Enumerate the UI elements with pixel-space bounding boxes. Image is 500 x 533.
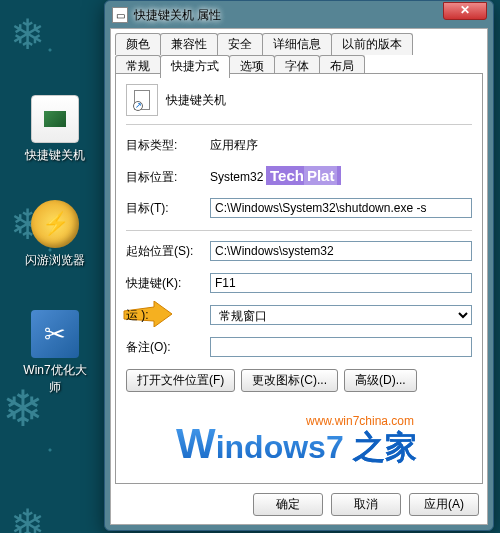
target-location-label: 目标位置:: [126, 169, 210, 186]
separator: [126, 230, 472, 231]
ok-button[interactable]: 确定: [253, 493, 323, 516]
target-type-label: 目标类型:: [126, 137, 210, 154]
shortcut-icon[interactable]: ↗: [126, 84, 158, 116]
lightning-browser-icon: ⚡: [31, 200, 79, 248]
advanced-button[interactable]: 高级(D)...: [344, 369, 417, 392]
wallpaper-ornament: ❄: [10, 10, 45, 59]
cancel-button[interactable]: 取消: [331, 493, 401, 516]
target-input[interactable]: [210, 198, 472, 218]
shortcut-tab-panel: ↗ 快捷键关机 目标类型: 应用程序 目标位置: System32 TechPl…: [115, 73, 483, 484]
tab-security[interactable]: 安全: [217, 33, 263, 55]
desktop-icon-label: 快捷键关机: [22, 147, 88, 164]
tab-previous-versions[interactable]: 以前的版本: [331, 33, 413, 55]
separator: [126, 124, 472, 125]
run-select[interactable]: 常规窗口: [210, 305, 472, 325]
properties-window: ▭ 快捷键关机 属性 ✕ 颜色 兼容性 安全 详细信息 以前的版本 常规 快捷方…: [104, 0, 494, 531]
shortcut-file-icon: [31, 95, 79, 143]
tools-icon: ✂: [31, 310, 79, 358]
tab-compatibility[interactable]: 兼容性: [160, 33, 218, 55]
shortcut-key-label: 快捷键(K):: [126, 275, 210, 292]
target-label: 目标(T):: [126, 200, 210, 217]
shortcut-key-input[interactable]: [210, 273, 472, 293]
shortcut-name: 快捷键关机: [166, 92, 226, 109]
dialog-button-row: 确定 取消 应用(A): [253, 493, 479, 516]
watermark-windows7: Windows7 之家: [176, 420, 417, 470]
titlebar[interactable]: ▭ 快捷键关机 属性: [110, 6, 488, 28]
tab-shortcut[interactable]: 快捷方式: [160, 55, 230, 78]
apply-button[interactable]: 应用(A): [409, 493, 479, 516]
shortcut-button-row: 打开文件位置(F) 更改图标(C)... 高级(D)...: [126, 369, 472, 392]
desktop-icon-browser[interactable]: ⚡ 闪游浏览器: [22, 200, 88, 269]
startin-input[interactable]: [210, 241, 472, 261]
run-label: 运 ):: [126, 307, 210, 324]
tab-control: 颜色 兼容性 安全 详细信息 以前的版本 常规 快捷方式 选项 字体 布局 ↗ …: [110, 28, 488, 525]
tab-row-upper: 颜色 兼容性 安全 详细信息 以前的版本: [115, 33, 483, 55]
target-type-value: 应用程序: [210, 135, 472, 156]
wallpaper-ornament: ❄: [10, 500, 45, 533]
comment-input[interactable]: [210, 337, 472, 357]
desktop-icon-win7-optimizer[interactable]: ✂ Win7优化大师: [22, 310, 88, 396]
desktop-icon-shortcut-shutdown[interactable]: 快捷键关机: [22, 95, 88, 164]
tab-details[interactable]: 详细信息: [262, 33, 332, 55]
tab-color[interactable]: 颜色: [115, 33, 161, 55]
desktop-icon-label: Win7优化大师: [22, 362, 88, 396]
watermark-techplat: TechPlat: [266, 166, 341, 185]
comment-label: 备注(O):: [126, 339, 210, 356]
change-icon-button[interactable]: 更改图标(C)...: [241, 369, 338, 392]
startin-label: 起始位置(S):: [126, 243, 210, 260]
open-file-location-button[interactable]: 打开文件位置(F): [126, 369, 235, 392]
window-icon: ▭: [112, 7, 128, 23]
close-button[interactable]: ✕: [443, 2, 487, 20]
window-title: 快捷键关机 属性: [134, 7, 486, 24]
desktop-icon-label: 闪游浏览器: [22, 252, 88, 269]
